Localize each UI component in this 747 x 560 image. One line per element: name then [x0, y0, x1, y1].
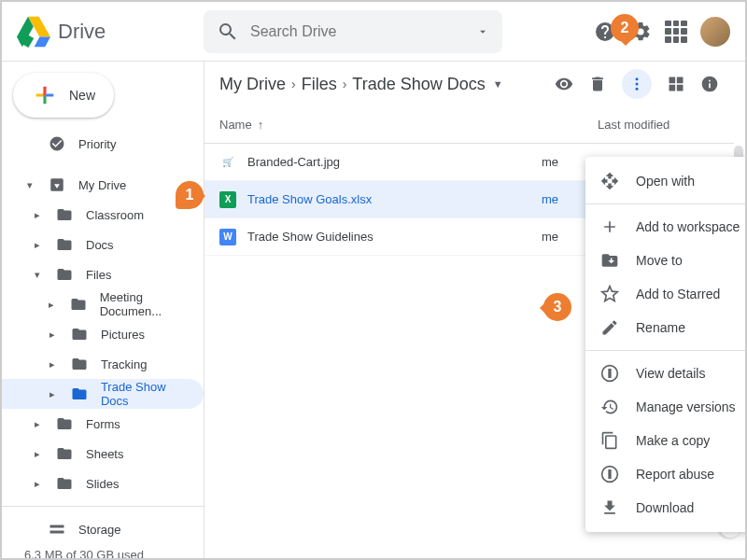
history-icon — [600, 398, 619, 416]
folder-icon — [56, 445, 73, 462]
move-icon — [600, 251, 619, 270]
chevron-right-icon: › — [343, 77, 347, 91]
ctx-report-abuse[interactable]: Report abuse — [585, 457, 747, 491]
collapse-icon[interactable]: ▾ — [32, 269, 43, 281]
ctx-add-starred[interactable]: Add to Starred — [585, 277, 747, 311]
sidebar-folder-pictures[interactable]: ▸Pictures — [2, 319, 204, 349]
alert-icon — [600, 465, 619, 483]
sidebar-my-drive[interactable]: ▾ My Drive — [2, 170, 204, 200]
search-dropdown-icon[interactable] — [476, 25, 489, 38]
annotation-3: 3 — [543, 293, 571, 321]
avatar[interactable] — [700, 17, 730, 47]
priority-icon — [49, 135, 65, 152]
sidebar-folder-forms[interactable]: ▸Forms — [2, 409, 204, 439]
drive-logo-icon — [17, 15, 50, 49]
more-actions-button[interactable] — [622, 69, 652, 99]
expand-icon[interactable]: ▸ — [47, 329, 58, 341]
breadcrumb-files[interactable]: Files — [302, 75, 337, 94]
ctx-rename[interactable]: Rename — [585, 311, 747, 344]
file-type-icon: 🛒 — [219, 154, 236, 171]
file-type-icon: X — [219, 191, 236, 208]
table-header: Name ↑ Last modified — [204, 106, 734, 144]
expand-icon[interactable]: ▸ — [47, 358, 58, 371]
ctx-manage-versions[interactable]: Manage versions — [585, 390, 747, 424]
folder-icon — [71, 356, 88, 372]
storage-icon — [49, 521, 65, 538]
search-icon — [217, 21, 239, 43]
preview-icon[interactable] — [555, 75, 573, 93]
ctx-view-details[interactable]: View details — [585, 357, 747, 390]
pencil-icon — [600, 318, 619, 337]
storage-usage: 6.3 MB of 30 GB used — [2, 544, 204, 558]
chevron-right-icon: › — [291, 77, 296, 91]
logo[interactable]: Drive — [17, 15, 204, 49]
content-area: My Drive › Files › Trade Show Docs ▼ Nam… — [204, 62, 745, 558]
expand-icon[interactable]: ▸ — [32, 209, 43, 221]
folder-icon — [56, 475, 73, 492]
sidebar-folder-meeting-docs[interactable]: ▸Meeting Documen... — [2, 289, 204, 319]
annotation-1: 1 — [176, 181, 204, 209]
download-icon — [600, 498, 619, 517]
ctx-add-workspace[interactable]: Add to workspace› — [585, 210, 747, 244]
expand-icon[interactable]: ▸ — [47, 299, 57, 311]
sidebar-folder-docs[interactable]: ▸Docs — [2, 230, 204, 259]
column-modified-header[interactable]: Last modified — [598, 118, 719, 132]
breadcrumb-my-drive[interactable]: My Drive — [219, 75, 286, 94]
breadcrumb: My Drive › Files › Trade Show Docs ▼ — [219, 75, 503, 94]
file-type-icon: W — [219, 229, 236, 245]
collapse-icon[interactable]: ▾ — [24, 179, 35, 191]
sidebar-folder-files[interactable]: ▾Files — [2, 259, 204, 289]
open-with-icon — [600, 172, 619, 190]
sidebar: New Priority ▾ My Drive ▸Classroom ▸Docs… — [2, 62, 204, 558]
svg-point-1 — [636, 83, 639, 86]
info-icon[interactable] — [700, 75, 719, 93]
svg-point-2 — [636, 88, 639, 91]
main: New Priority ▾ My Drive ▸Classroom ▸Docs… — [2, 62, 745, 558]
star-icon — [600, 285, 619, 303]
sidebar-priority[interactable]: Priority — [2, 129, 204, 159]
toolbar: My Drive › Files › Trade Show Docs ▼ — [204, 62, 734, 106]
file-name: Trade Show Goals.xlsx — [247, 192, 372, 206]
folder-icon — [56, 266, 73, 283]
plus-icon — [600, 217, 619, 236]
folder-icon — [71, 385, 88, 402]
ctx-download[interactable]: Download — [585, 491, 747, 525]
folder-icon — [70, 296, 87, 313]
sidebar-folder-trade-show[interactable]: ▸Trade Show Docs — [2, 379, 204, 409]
new-button[interactable]: New — [13, 73, 114, 118]
ctx-move-to[interactable]: Move to — [585, 244, 747, 277]
annotation-2: 2 — [611, 14, 639, 42]
expand-icon[interactable]: ▸ — [32, 478, 43, 490]
svg-point-0 — [636, 77, 639, 80]
file-name: Branded-Cart.jpg — [247, 155, 340, 169]
plus-icon — [32, 82, 58, 108]
expand-icon[interactable]: ▸ — [32, 418, 43, 430]
ctx-make-copy[interactable]: Make a copy — [585, 424, 747, 457]
expand-icon[interactable]: ▸ — [32, 239, 43, 251]
folder-icon — [56, 236, 73, 253]
sidebar-folder-slides[interactable]: ▸Slides — [2, 469, 204, 498]
breadcrumb-trade-show[interactable]: Trade Show Docs — [352, 75, 485, 94]
search-input[interactable] — [250, 23, 465, 40]
folder-icon — [56, 415, 73, 432]
grid-view-icon[interactable] — [667, 75, 685, 93]
apps-icon[interactable] — [665, 21, 687, 43]
folder-icon — [71, 326, 88, 343]
ctx-open-with[interactable]: Open with› — [585, 164, 747, 198]
expand-icon[interactable]: ▸ — [47, 388, 58, 400]
sidebar-folder-classroom[interactable]: ▸Classroom — [2, 200, 204, 230]
sidebar-folder-sheets[interactable]: ▸Sheets — [2, 439, 204, 469]
trash-icon[interactable] — [588, 75, 607, 93]
info-icon — [600, 364, 619, 383]
column-name-header[interactable]: Name — [219, 118, 252, 132]
drive-icon — [49, 176, 65, 193]
new-button-label: New — [69, 88, 95, 103]
sidebar-storage[interactable]: Storage — [2, 514, 204, 544]
expand-icon[interactable]: ▸ — [32, 448, 43, 460]
brand-name: Drive — [58, 20, 106, 44]
file-name: Trade Show Guidelines — [247, 230, 374, 244]
breadcrumb-dropdown-icon[interactable]: ▼ — [493, 78, 503, 90]
sidebar-folder-tracking[interactable]: ▸Tracking — [2, 349, 204, 379]
sort-asc-icon[interactable]: ↑ — [258, 118, 264, 132]
search-bar[interactable] — [204, 10, 502, 53]
